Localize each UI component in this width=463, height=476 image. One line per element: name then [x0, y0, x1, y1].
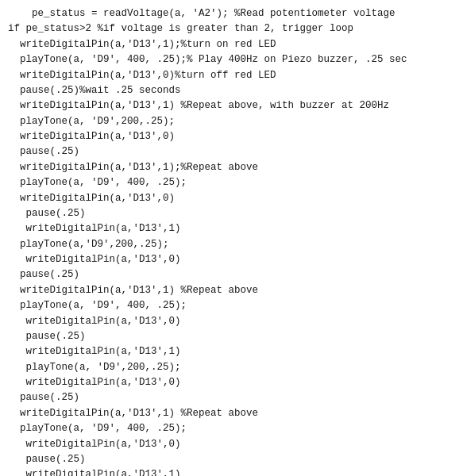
code-line: writeDigitalPin(a,'D13',1) [8, 344, 455, 359]
code-line: playTone(a, 'D9', 400, .25); [8, 175, 455, 190]
code-editor: pe_status = readVoltage(a, 'A2'); %Read … [0, 0, 463, 476]
code-line: pause(.25) [8, 329, 455, 344]
code-line: writeDigitalPin(a,'D13',0) [8, 191, 455, 206]
code-line: writeDigitalPin(a,'D13',0) [8, 129, 455, 144]
code-line: playTone(a, 'D9',200,.25); [8, 114, 455, 129]
code-line: writeDigitalPin(a,'D13',1) %Repeat above… [8, 98, 455, 113]
code-line: playTone(a, 'D9', 400, .25); [8, 421, 455, 436]
code-line: pause(.25) [8, 144, 455, 159]
code-line: playTone(a, 'D9',200,.25); [8, 360, 455, 375]
code-line: writeDigitalPin(a,'D13',0) [8, 437, 455, 452]
code-line: pe_status = readVoltage(a, 'A2'); %Read … [8, 6, 455, 21]
code-line: playTone(a, 'D9', 400, .25);% Play 400Hz… [8, 52, 455, 67]
code-line: writeDigitalPin(a,'D13',1);%turn on red … [8, 37, 455, 52]
code-line: writeDigitalPin(a,'D13',0)%turn off red … [8, 68, 455, 83]
code-line: writeDigitalPin(a,'D13',1) %Repeat above [8, 406, 455, 421]
code-line: writeDigitalPin(a,'D13',1) %Repeat above [8, 283, 455, 298]
code-line: if pe_status>2 %if voltage is greater th… [8, 21, 455, 36]
code-line: writeDigitalPin(a,'D13',1) [8, 221, 455, 236]
code-line: writeDigitalPin(a,'D13',0) [8, 375, 455, 390]
code-line: pause(.25)%wait .25 seconds [8, 83, 455, 98]
code-line: writeDigitalPin(a,'D13',1) [8, 467, 455, 476]
code-line: pause(.25) [8, 452, 455, 467]
code-line: pause(.25) [8, 390, 455, 405]
code-line: pause(.25) [8, 267, 455, 282]
code-line: writeDigitalPin(a,'D13',0) [8, 314, 455, 329]
code-line: pause(.25) [8, 206, 455, 221]
code-line: writeDigitalPin(a,'D13',1);%Repeat above [8, 160, 455, 175]
code-line: playTone(a, 'D9', 400, .25); [8, 298, 455, 313]
code-line: playTone(a,'D9',200,.25); [8, 237, 455, 252]
code-line: writeDigitalPin(a,'D13',0) [8, 252, 455, 267]
